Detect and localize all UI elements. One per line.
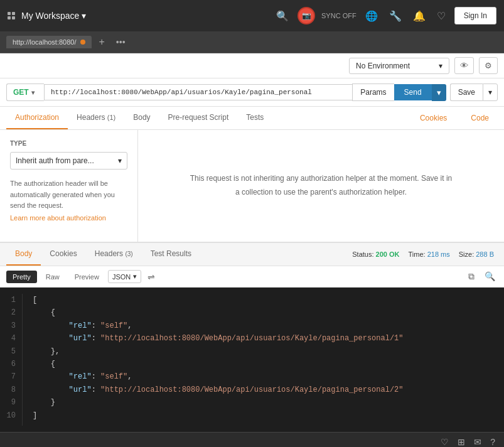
time-value: 218 ms xyxy=(427,250,450,258)
mail-icon[interactable]: ✉ xyxy=(474,437,481,447)
request-tabs: Authorization Headers (1) Body Pre-reque… xyxy=(0,107,504,130)
layout-icon[interactable]: ⊞ xyxy=(458,437,465,447)
copy-button[interactable]: ⧉ xyxy=(466,270,477,283)
params-button[interactable]: Params xyxy=(352,83,394,101)
size-value: 288 B xyxy=(476,250,494,258)
response-status-bar: Status: 200 OK Time: 218 ms Size: 288 B xyxy=(352,250,498,258)
code-line: ] xyxy=(33,409,494,422)
method-label: GET xyxy=(13,88,29,97)
code-line: { xyxy=(33,306,494,319)
camera-icon[interactable]: 📷 xyxy=(298,7,315,24)
wrench-icon[interactable]: 🔧 xyxy=(387,8,404,24)
bell-icon[interactable]: 🔔 xyxy=(410,8,428,24)
auth-message-text: This request is not inheriting any autho… xyxy=(190,172,453,199)
response-tab-test-results[interactable]: Test Results xyxy=(142,243,200,266)
environment-dropdown-icon: ▾ xyxy=(439,62,442,70)
time-label: Time: 218 ms xyxy=(409,250,450,258)
method-selector[interactable]: GET ▾ xyxy=(6,83,44,101)
tab-body[interactable]: Body xyxy=(124,107,159,129)
code-line: [ xyxy=(33,294,494,306)
topbar: My Workspace ▾ 🔍 📷 SYNC OFF 🌐 🔧 🔔 ♡ Sign… xyxy=(0,0,504,31)
auth-type-selector[interactable]: Inherit auth from pare... ▾ xyxy=(10,152,127,170)
environment-settings-button[interactable]: ⚙ xyxy=(479,57,498,74)
sync-label: SYNC OFF xyxy=(321,12,357,19)
code-line: } xyxy=(33,396,494,409)
tab-tests[interactable]: Tests xyxy=(237,107,272,129)
heart-icon[interactable]: ♡ xyxy=(434,8,448,24)
top-controls: No Environment ▾ 👁 ⚙ xyxy=(0,53,504,78)
tab-bar: http://localhost:8080/ + ••• xyxy=(0,31,504,53)
tab-authorization[interactable]: Authorization xyxy=(6,107,68,129)
statusbar: ♡ ⊞ ✉ ? xyxy=(0,432,504,447)
code-link[interactable]: Code xyxy=(462,107,498,129)
tab-modified-dot xyxy=(80,40,85,45)
line-numbers: 1 2 3 4 5 6 7 8 9 10 xyxy=(0,294,23,426)
app-logo[interactable] xyxy=(8,12,15,19)
notification-icon[interactable]: ♡ xyxy=(441,437,449,447)
sync-button[interactable]: SYNC OFF xyxy=(321,12,357,19)
format-type-selector[interactable]: JSON ▾ xyxy=(108,270,141,283)
code-line: { xyxy=(33,358,494,370)
auth-type-dropdown-icon: ▾ xyxy=(118,156,122,165)
new-tab-button[interactable]: + xyxy=(95,35,109,49)
more-tabs-button[interactable]: ••• xyxy=(112,36,129,48)
workspace-dropdown-icon: ▾ xyxy=(82,11,86,21)
size-label: Size: 288 B xyxy=(459,250,494,258)
tab-headers[interactable]: Headers (1) xyxy=(68,107,124,129)
environment-label: No Environment xyxy=(356,62,410,70)
save-dropdown-button[interactable]: ▾ xyxy=(483,83,498,101)
status-value: 200 OK xyxy=(376,250,400,258)
auth-learn-more-link[interactable]: Learn more about authorization xyxy=(10,213,127,224)
auth-description-text: The authorization header will be automat… xyxy=(10,180,115,209)
environment-selector[interactable]: No Environment ▾ xyxy=(349,58,449,74)
auth-panel: TYPE Inherit auth from pare... ▾ The aut… xyxy=(0,130,504,243)
format-dropdown-icon: ▾ xyxy=(133,272,137,281)
auth-left-panel: TYPE Inherit auth from pare... ▾ The aut… xyxy=(0,130,138,242)
cookies-link[interactable]: Cookies xyxy=(411,107,456,129)
format-bar: Pretty Raw Preview JSON ▾ ⇌ ⧉ 🔍 xyxy=(0,266,504,288)
code-line: "url": "http://localhost:8080/WebApp/api… xyxy=(33,384,494,396)
search-response-button[interactable]: 🔍 xyxy=(482,270,498,283)
workspace-label: My Workspace xyxy=(21,11,79,21)
request-bar: GET ▾ Params Send ▾ Save ▾ xyxy=(0,78,504,107)
globe-icon[interactable]: 🌐 xyxy=(363,8,380,24)
send-dropdown-button[interactable]: ▾ xyxy=(432,84,446,101)
auth-type-value: Inherit auth from pare... xyxy=(16,156,94,165)
request-tab[interactable]: http://localhost:8080/ xyxy=(6,36,92,48)
format-type-value: JSON xyxy=(112,273,131,281)
code-line: "rel": "self", xyxy=(33,320,494,332)
tab-pre-request[interactable]: Pre-request Script xyxy=(159,107,238,129)
url-input[interactable] xyxy=(44,84,352,100)
format-tab-preview[interactable]: Preview xyxy=(68,271,105,283)
auth-type-label: TYPE xyxy=(10,140,127,147)
response-code-panel: 1 2 3 4 5 6 7 8 9 10 [ { "rel": "self", … xyxy=(0,288,504,432)
signin-button[interactable]: Sign In xyxy=(454,7,496,24)
code-line: }, xyxy=(33,345,494,358)
help-icon[interactable]: ? xyxy=(490,437,495,447)
response-tab-cookies[interactable]: Cookies xyxy=(41,243,85,266)
code-content: [ { "rel": "self", "url": "http://localh… xyxy=(23,294,504,426)
method-dropdown-icon: ▾ xyxy=(31,89,35,96)
tab-url-text: http://localhost:8080/ xyxy=(13,38,77,46)
word-wrap-button[interactable]: ⇌ xyxy=(144,271,159,283)
response-tab-headers[interactable]: Headers (3) xyxy=(86,243,142,266)
status-label: Status: 200 OK xyxy=(352,250,399,258)
auth-right-panel: This request is not inheriting any autho… xyxy=(138,130,504,242)
response-tabs: Body Cookies Headers (3) Test Results St… xyxy=(0,243,504,266)
auth-description: The authorization header will be automat… xyxy=(10,178,127,223)
workspace-switcher[interactable]: My Workspace ▾ xyxy=(21,11,86,21)
format-tab-pretty[interactable]: Pretty xyxy=(6,271,37,283)
save-button[interactable]: Save xyxy=(450,83,483,101)
format-tab-raw[interactable]: Raw xyxy=(40,271,66,283)
code-line: "rel": "self", xyxy=(33,370,494,383)
search-icon[interactable]: 🔍 xyxy=(274,8,291,24)
code-line: "url": "http://localhost:8080/WebApp/api… xyxy=(33,332,494,345)
response-tab-body[interactable]: Body xyxy=(6,243,41,266)
eye-button[interactable]: 👁 xyxy=(454,57,474,74)
send-button[interactable]: Send xyxy=(394,84,432,100)
